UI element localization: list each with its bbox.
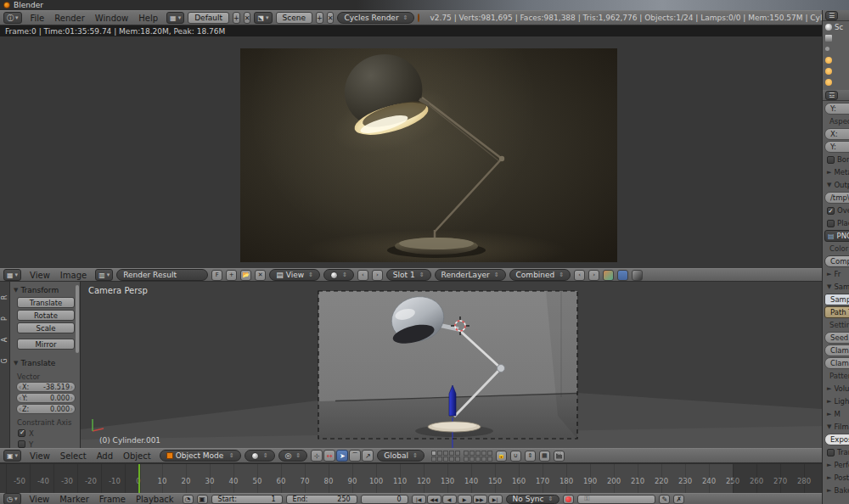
image-datablock-field[interactable]: Render Result — [116, 269, 208, 281]
transform-tool-button[interactable]: Rotate — [17, 310, 75, 321]
end-frame-field[interactable]: End:250 — [286, 495, 357, 504]
properties-row[interactable]: ✓ Ove — [824, 204, 849, 216]
viewport-editor-type-button[interactable]: ▣▾ — [3, 450, 21, 462]
properties-row[interactable]: Y: — [824, 141, 849, 153]
layer-cell[interactable] — [455, 456, 460, 462]
sphere-preview-select[interactable]: ⇕ — [323, 269, 354, 281]
layer-grid-right[interactable] — [464, 451, 492, 462]
layer-cell[interactable] — [431, 451, 436, 456]
render-layer-select[interactable]: RenderLayer⇕ — [435, 269, 506, 281]
menu-item[interactable]: Help — [133, 14, 163, 23]
properties-row[interactable]: Plac — [824, 217, 849, 229]
opengl-render-anim-button[interactable]: 🎬 — [554, 451, 565, 462]
transform-panel-header[interactable]: Transform — [14, 284, 77, 295]
outliner-row[interactable]: Sc — [823, 21, 849, 32]
vector-value-slider[interactable]: Y:0.000 — [16, 393, 76, 403]
keying-set-field[interactable]: ⚿ — [577, 495, 655, 504]
layers-widget[interactable] — [431, 451, 492, 462]
transform-tool-button[interactable]: Scale — [17, 322, 75, 333]
screen-layout-icon-button[interactable]: ▦▾ — [166, 12, 184, 24]
properties-row[interactable]: Pattern: — [824, 370, 849, 382]
outliner-row[interactable] — [823, 43, 849, 54]
menu-item[interactable]: Object — [118, 451, 156, 461]
layer-cell[interactable] — [475, 451, 481, 456]
properties-editor-type-button[interactable]: ☲ — [825, 91, 838, 100]
menu-item[interactable]: File — [25, 14, 50, 23]
properties-row[interactable]: Samplin — [824, 294, 849, 305]
properties-row[interactable]: Tran — [824, 446, 849, 458]
properties-row[interactable]: ► Post — [824, 472, 849, 484]
mode-select[interactable]: Object Mode⇕ — [160, 450, 241, 462]
properties-row[interactable]: Aspect — [824, 115, 849, 127]
fake-user-button[interactable]: F — [211, 270, 222, 281]
properties-row[interactable]: ▼ Film — [824, 421, 849, 433]
viewport[interactable]: Camera Persp (0) Cylinder.001 — [81, 282, 822, 448]
new-image-button[interactable]: + — [226, 270, 237, 281]
close-layout-button[interactable]: ✕ — [244, 12, 251, 24]
jump-to-end-button[interactable]: ▶| — [488, 495, 503, 504]
properties-row[interactable]: ▼ Outpu — [824, 179, 849, 191]
rotate-manipulator-button[interactable]: ➤ — [336, 450, 348, 462]
layer-cell[interactable] — [481, 456, 486, 462]
layer-cell[interactable] — [481, 451, 486, 456]
outliner-row[interactable] — [823, 76, 849, 87]
layer-cell[interactable] — [437, 451, 442, 456]
editor-type-button[interactable]: ⓘ▾ — [3, 12, 22, 24]
view-mode-select[interactable]: ▤View⇕ — [269, 269, 320, 281]
axis-checkbox[interactable]: X — [18, 428, 77, 438]
properties-row[interactable]: Expos — [824, 434, 849, 445]
properties-row[interactable]: Comp — [824, 255, 849, 267]
layer-cell[interactable] — [443, 451, 448, 456]
color-alpha-channel-toggle[interactable] — [617, 270, 628, 281]
transform-tool-button[interactable]: Translate — [17, 297, 75, 308]
properties-row[interactable]: ► Light — [824, 395, 849, 407]
layer-cell[interactable] — [431, 456, 436, 462]
menu-item[interactable]: Image — [55, 271, 92, 280]
timeline-track[interactable]: -50-40-30-20-100102030405060708090100110… — [0, 463, 822, 493]
scene-icon-button[interactable]: ⬔▾ — [254, 12, 272, 24]
properties-row[interactable]: Y: — [824, 103, 849, 115]
next-keyframe-button[interactable]: ▶▶ — [473, 495, 487, 504]
start-frame-field[interactable]: Start:1 — [211, 495, 283, 504]
preview-range-button[interactable]: ◔ — [183, 495, 194, 504]
alpha-channel-toggle[interactable] — [632, 270, 643, 281]
layer-cell[interactable] — [469, 451, 475, 456]
translate-panel-header[interactable]: Translate — [14, 357, 77, 368]
vector-value-slider[interactable]: X:-38.519 — [16, 382, 76, 392]
layer-cell[interactable] — [469, 456, 475, 462]
properties-row[interactable]: Clamp — [824, 357, 849, 369]
layer-cell[interactable] — [449, 456, 454, 462]
delete-keyframe-button[interactable]: ✗ — [673, 495, 684, 504]
properties-row[interactable]: Settings: — [824, 319, 849, 331]
properties-row[interactable]: ► Perfo — [824, 459, 849, 471]
properties-row[interactable]: Color De — [824, 243, 849, 255]
properties-row[interactable]: /tmp\ — [824, 192, 849, 204]
layout-name-field[interactable]: Default — [188, 12, 229, 24]
snap-toggle-button[interactable]: ∪ — [510, 451, 521, 462]
close-scene-button[interactable]: ✕ — [327, 12, 335, 24]
layer-cell[interactable] — [455, 451, 460, 456]
unlink-image-button[interactable]: ✕ — [255, 270, 266, 281]
layer-cell[interactable] — [449, 451, 454, 456]
layer-cell[interactable] — [487, 456, 492, 462]
properties-row[interactable]: Seed — [824, 332, 849, 344]
layer-cell[interactable] — [464, 451, 469, 456]
open-image-button[interactable]: 📂 — [240, 270, 251, 281]
mirror-button[interactable]: Mirror — [17, 339, 75, 350]
pivot-select[interactable]: ◎⇕ — [278, 450, 308, 462]
image-datablock-icon-button[interactable]: ▥▾ — [95, 269, 113, 281]
menu-item[interactable]: Marker — [54, 495, 94, 504]
manipulator-off-button[interactable]: ⊹ — [311, 450, 323, 462]
axis-checkbox[interactable]: Y — [18, 440, 77, 448]
next-slot-button[interactable]: › — [372, 270, 383, 281]
next-pass-button[interactable]: › — [588, 270, 599, 281]
auto-keyframe-button[interactable] — [563, 495, 574, 504]
insert-keyframe-button[interactable]: ✎ — [659, 495, 670, 504]
menu-item[interactable]: Window — [90, 14, 133, 23]
prev-slot-button[interactable]: ‹ — [357, 270, 368, 281]
translate-manipulator-button[interactable]: ↔ — [323, 450, 335, 462]
properties-row[interactable]: Bor — [824, 154, 849, 165]
sync-mode-select[interactable]: No Sync⇕ — [506, 495, 560, 504]
layer-cell[interactable] — [475, 456, 481, 462]
menu-item[interactable]: Frame — [94, 495, 131, 504]
